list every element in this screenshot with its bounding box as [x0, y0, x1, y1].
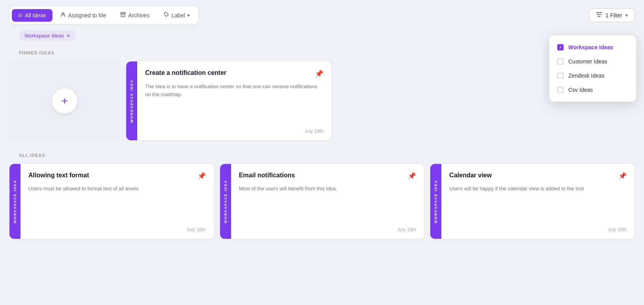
workspace-tag-close-icon[interactable]: ✕: [66, 33, 70, 39]
unpin-icon-0[interactable]: 📌: [198, 172, 206, 180]
filter-label-csv: Csv Ideas: [568, 87, 593, 93]
filter-label-customer: Customer Ideas: [568, 58, 607, 65]
card-title-1: Email notifications: [239, 172, 295, 179]
filter-dropdown: Workspace Ideas Customer Ideas Zendesk I…: [549, 35, 636, 102]
label-icon: [164, 12, 169, 19]
filter-item-csv[interactable]: Csv Ideas: [549, 83, 636, 97]
card-side-bar-0: WORKSPACE IDEA: [9, 164, 21, 239]
top-bar: ⊙ All Ideas Assigned to Me Archives: [0, 0, 644, 30]
filter-checkbox-customer[interactable]: [557, 58, 564, 65]
pin-icon[interactable]: 📌: [315, 69, 323, 78]
card-body-1: Email notifications 📌 Most of the users …: [231, 164, 424, 239]
card-desc-1: Most of the users will benefit from this…: [239, 185, 416, 221]
card-side-bar-2: WORKSPACE IDEA: [430, 164, 441, 239]
all-ideas-icon: ⊙: [18, 12, 22, 18]
add-idea-card[interactable]: +: [9, 61, 120, 140]
filter-checkbox-zendesk[interactable]: [557, 73, 564, 79]
card-side-label-text-1: WORKSPACE IDEA: [224, 180, 228, 223]
pinned-idea-card: WORKSPACE IDEA Create a notification cen…: [126, 61, 331, 140]
card-header: Create a notification center 📌: [145, 69, 323, 78]
card-header-0: Allowing text format 📌: [28, 172, 206, 180]
all-ideas-section: ALL IDEAS WORKSPACE IDEA Allowing text f…: [0, 153, 644, 239]
label-chevron-icon: ▾: [187, 13, 190, 18]
filter-checkbox-workspace[interactable]: [557, 44, 564, 50]
unpin-icon-2[interactable]: 📌: [618, 172, 627, 180]
card-body-2: Calendar view 📌 Users will be happy if t…: [441, 164, 635, 239]
tab-archives-label: Archives: [128, 12, 149, 19]
pinned-cards-container: + WORKSPACE IDEA Create a notification c…: [9, 61, 635, 140]
card-side-label-text-0: WORKSPACE IDEA: [13, 180, 17, 223]
filter-item-workspace[interactable]: Workspace Ideas: [549, 40, 636, 54]
card-date-2: July 18th: [449, 227, 627, 232]
svg-point-0: [62, 13, 64, 15]
filter-button[interactable]: 1 Filter ▾: [589, 8, 635, 22]
card-body: Create a notification center 📌 The idea …: [137, 61, 331, 140]
idea-card-2: WORKSPACE IDEA Calendar view 📌 Users wil…: [430, 164, 635, 239]
card-desc-0: Users must be allowed to format text of …: [28, 185, 206, 221]
workspace-tag-label: Workspace Ideas: [24, 33, 64, 39]
plus-icon: +: [62, 95, 68, 107]
pinned-card-desc: The idea is to have a notification cente…: [145, 83, 323, 122]
all-ideas-section-label: ALL IDEAS: [9, 153, 635, 158]
card-side-label-text-2: WORKSPACE IDEA: [434, 180, 438, 223]
filter-label-workspace: Workspace Ideas: [568, 44, 613, 50]
filter-count-label: 1 Filter: [605, 12, 622, 19]
card-side-bar-1: WORKSPACE IDEA: [220, 164, 231, 239]
card-title-2: Calendar view: [449, 172, 492, 179]
tab-archives[interactable]: Archives: [114, 9, 156, 22]
idea-card-0: WORKSPACE IDEA Allowing text format 📌 Us…: [9, 164, 214, 239]
pinned-card-date: July 18th: [145, 128, 323, 134]
card-header-2: Calendar view 📌: [449, 172, 627, 180]
svg-rect-1: [121, 13, 125, 14]
add-circle: +: [52, 88, 77, 113]
card-side-bar: WORKSPACE IDEA: [126, 61, 137, 140]
card-date-1: July 18th: [239, 227, 416, 232]
pinned-section: PINNED IDEAS + WORKSPACE IDEA Create a n…: [0, 50, 644, 140]
filter-label-zendesk: Zendesk Ideas: [568, 73, 605, 79]
card-desc-2: Users will be happy if the calendar view…: [449, 185, 627, 221]
tab-group: ⊙ All Ideas Assigned to Me Archives: [9, 6, 198, 24]
filter-item-zendesk[interactable]: Zendesk Ideas: [549, 69, 636, 83]
filter-checkbox-csv[interactable]: [557, 87, 564, 93]
workspace-tag[interactable]: Workspace Ideas ✕: [19, 30, 76, 41]
card-title-0: Allowing text format: [28, 172, 89, 179]
tab-assigned-to-me[interactable]: Assigned to Me: [54, 9, 113, 22]
tab-assigned-label: Assigned to Me: [68, 12, 106, 19]
filter-chevron-icon: ▾: [625, 13, 628, 18]
unpin-icon-1[interactable]: 📌: [408, 172, 416, 180]
tab-label-label: Label: [172, 12, 185, 19]
tab-all-ideas[interactable]: ⊙ All Ideas: [12, 9, 52, 22]
filter-lines-icon: [596, 12, 602, 19]
archives-icon: [120, 12, 126, 19]
card-side-label-text: WORKSPACE IDEA: [130, 79, 134, 123]
card-date-0: July 18th: [28, 227, 206, 232]
filter-item-customer[interactable]: Customer Ideas: [549, 54, 636, 69]
pinned-section-label: PINNED IDEAS: [9, 50, 635, 55]
pinned-card-title: Create a notification center: [145, 69, 226, 76]
idea-card-1: WORKSPACE IDEA Email notifications 📌 Mos…: [220, 164, 424, 239]
assigned-icon: [60, 12, 66, 19]
tab-all-ideas-label: All Ideas: [25, 12, 46, 19]
tab-label[interactable]: Label ▾: [157, 9, 196, 22]
card-header-1: Email notifications 📌: [239, 172, 416, 180]
all-ideas-cards-container: WORKSPACE IDEA Allowing text format 📌 Us…: [9, 164, 635, 239]
card-body-0: Allowing text format 📌 Users must be all…: [21, 164, 214, 239]
